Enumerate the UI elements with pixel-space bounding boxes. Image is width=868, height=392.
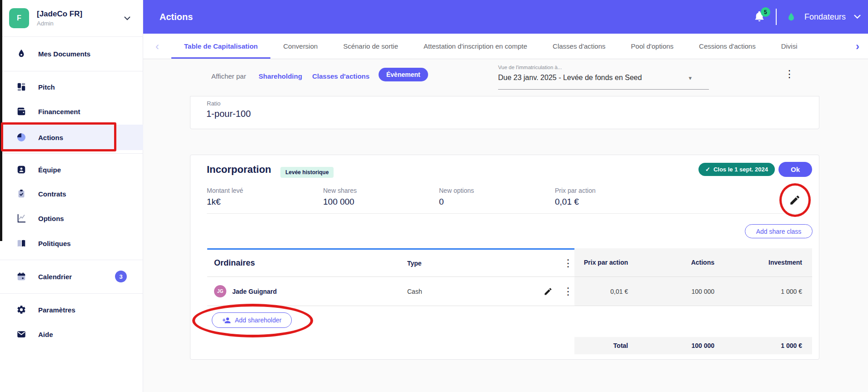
check-icon: ✓ [705, 166, 710, 173]
stat-value: 1k€ [207, 197, 243, 207]
stat-montant-leve: Montant levé 1k€ [207, 187, 243, 207]
dashboard-icon [15, 81, 27, 93]
sidebar-item-label: Calendrier [38, 273, 72, 281]
add-share-class-button[interactable]: Add share class [745, 224, 813, 238]
wallet-icon [15, 106, 27, 117]
ratio-value: 1-pour-100 [206, 109, 251, 119]
person-add-icon [222, 316, 231, 325]
shareholders-table: Ordinaires Type ⋮ Prix par action Action… [207, 248, 812, 306]
ratio-card: Ratio 1-pour-100 [190, 96, 819, 129]
tab-cessions-dactions[interactable]: Cessions d'actions [686, 34, 768, 59]
sidebar-item-calendrier[interactable]: Calendrier 3 [0, 266, 143, 287]
tabs-scroll-right-button[interactable]: › [847, 34, 868, 59]
stat-label: Prix par action [555, 187, 595, 194]
sidebar-item-politiques[interactable]: Politiques [0, 233, 143, 254]
edit-round-button[interactable] [787, 192, 803, 208]
sidebar: F [JadeCo FR] Admin Mes Documents Pitch [0, 0, 143, 392]
divider [0, 260, 143, 260]
gear-icon [15, 304, 27, 316]
stat-label: New shares [323, 187, 357, 194]
badge-person-icon [15, 164, 27, 176]
company-name: [JadeCo FR] [37, 10, 82, 19]
sidebar-item-label: Aide [38, 331, 53, 338]
ink-drop-icon [15, 48, 27, 60]
ratio-label: Ratio [207, 100, 220, 107]
pencil-icon [789, 194, 801, 206]
filter-pill-evenement[interactable]: Évènement [379, 68, 428, 81]
stat-label: Montant levé [207, 187, 243, 194]
filter-link-classes-dactions[interactable]: Classes d'actions [312, 72, 369, 80]
filter-link-shareholding[interactable]: Shareholding [259, 72, 302, 80]
avatar: JG [214, 285, 226, 297]
tab-pool-doptions[interactable]: Pool d'options [618, 34, 686, 59]
sidebar-item-label: Options [38, 215, 64, 222]
tab-classes-dactions[interactable]: Classes d'actions [540, 34, 618, 59]
historic-raise-chip: Levée historique [280, 167, 334, 178]
workspace-selector[interactable]: Fondateurs [786, 12, 861, 22]
shares-header: Actions [638, 259, 724, 266]
tab-table-de-capitalisation[interactable]: Table de Capitalisation [171, 34, 270, 59]
workspace-name: Fondateurs [804, 12, 846, 22]
sidebar-item-parametres[interactable]: Paramètres [0, 299, 143, 320]
chevron-down-icon [854, 15, 861, 19]
row-kebab-menu[interactable]: ⋮ [563, 286, 573, 297]
round-title: Incorporation [207, 164, 271, 176]
divider [0, 36, 143, 37]
sidebar-item-pitch[interactable]: Pitch [0, 76, 143, 97]
tab-attestation[interactable]: Attestation d'inscription en compte [411, 34, 540, 59]
total-shares: 100 000 [638, 342, 724, 349]
sidebar-item-label: Actions [38, 134, 63, 141]
edit-row-button[interactable] [544, 287, 553, 296]
sidebar-item-label: Paramètres [38, 306, 75, 314]
divider [776, 9, 777, 25]
total-label: Total [574, 342, 638, 349]
sidebar-item-aide[interactable]: Aide [0, 324, 143, 345]
tab-conversion[interactable]: Conversion [270, 34, 330, 59]
table-total-row: Total 100 000 1 000 € [574, 337, 812, 354]
page-title: Actions [160, 0, 193, 34]
filter-kebab-menu[interactable]: ⋮ [784, 69, 794, 79]
contribution-type: Cash [407, 288, 534, 295]
notifications-button[interactable]: 5 [753, 10, 766, 23]
closed-status-badge: ✓ Clos le 1 sept. 2024 [698, 163, 775, 176]
stat-label: New options [439, 187, 474, 194]
company-role: Admin [37, 20, 82, 27]
stat-value: 0 [439, 197, 474, 207]
share-class-kebab-menu[interactable]: ⋮ [563, 258, 573, 268]
company-avatar: F [9, 8, 29, 28]
screen-edge-artifact [0, 0, 2, 241]
row-shares: 100 000 [638, 288, 724, 295]
stat-prix-par-action: Prix par action 0,01 € [555, 187, 595, 207]
company-selector[interactable]: F [JadeCo FR] Admin [9, 6, 134, 30]
view-select[interactable]: Vue de l'immatriculation à... Due 23 jan… [498, 63, 709, 90]
row-price: 0,01 € [574, 288, 638, 295]
add-shareholder-button[interactable]: Add shareholder [212, 312, 292, 328]
sidebar-item-label: Politiques [38, 240, 71, 247]
sidebar-item-equipe[interactable]: Équipe [0, 159, 143, 180]
sidebar-item-label: Équipe [38, 166, 61, 174]
tab-division-truncated[interactable]: Divisi [768, 34, 810, 59]
sidebar-item-financement[interactable]: Financement [0, 101, 143, 122]
sidebar-item-label: Mes Documents [38, 50, 90, 58]
sidebar-item-mes-documents[interactable]: Mes Documents [0, 43, 143, 64]
stat-value: 0,01 € [555, 197, 595, 207]
sidebar-item-label: Contrats [38, 190, 66, 198]
total-investment: 1 000 € [724, 342, 812, 349]
tabs-scroll-left-button[interactable]: ‹ [143, 34, 171, 59]
incorporation-card: Incorporation Levée historique ✓ Clos le… [190, 155, 819, 360]
divider [207, 213, 803, 214]
line-chart-icon [15, 212, 27, 224]
tab-bar: ‹ Table de Capitalisation Conversion Scé… [143, 34, 868, 59]
sidebar-item-contrats[interactable]: Contrats [0, 183, 143, 204]
pie-chart-icon [15, 131, 27, 143]
table-row: JG Jade Guignard Cash ⋮ 0,01 € 100 000 1… [207, 277, 812, 306]
tab-scenario-de-sortie[interactable]: Scénario de sortie [330, 34, 411, 59]
stat-new-shares: New shares 100 000 [323, 187, 357, 207]
divider [0, 293, 143, 294]
calendar-count-badge: 3 [115, 271, 127, 282]
sidebar-item-options[interactable]: Options [0, 208, 143, 229]
ok-button[interactable]: Ok [778, 162, 812, 177]
sidebar-item-actions[interactable]: Actions [0, 125, 143, 150]
type-header: Type [407, 260, 422, 267]
view-select-value: Due 23 janv. 2025 - Levée de fonds en Se… [498, 74, 709, 82]
